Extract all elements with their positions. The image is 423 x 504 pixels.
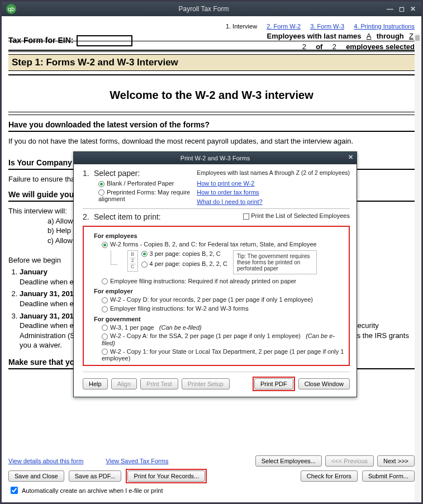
radio-blank-paper[interactable]	[98, 181, 104, 187]
radio-employer-instr-label: Employer filing instructions: for W-2 an…	[110, 305, 249, 312]
guide-intro: This interview will:	[8, 207, 67, 215]
guide-before: Before we begin	[8, 256, 61, 264]
cb-print-list[interactable]	[243, 213, 249, 220]
w3-efile-note: (Can be e-filed)	[159, 324, 202, 331]
emp-sel-total: 2	[327, 42, 342, 51]
submit-form-button[interactable]: Submit Form...	[362, 470, 415, 482]
app-icon: qb	[6, 4, 16, 14]
radio-w2-copy-a[interactable]	[102, 334, 108, 340]
tip-box: Tip: The government requires these forms…	[233, 250, 317, 274]
app-window: qb Payroll Tax Form — ◻ ✕ 1. Interview 2…	[0, 0, 423, 504]
welcome-heading: Welcome to the W-2 and W-3 interview	[8, 79, 415, 110]
sub-government: For government	[94, 316, 346, 322]
tab-row: 1. Interview 2. Form W-2 3. Form W-3 4. …	[8, 21, 415, 32]
align-button[interactable]: Align	[111, 378, 137, 389]
emp-range-from: A	[365, 32, 373, 40]
maximize-icon[interactable]: ◻	[399, 5, 405, 13]
section-download: Have you downloaded the latest version o…	[8, 118, 415, 132]
emp-sel-suffix: employees selected	[346, 42, 415, 51]
scrollbar[interactable]	[415, 33, 420, 501]
step1-title: Step 1: Forms W-2 and W-3 Interview	[8, 54, 415, 71]
radio-4-per-page[interactable]	[141, 261, 148, 268]
radio-preprinted[interactable]	[98, 189, 104, 196]
check-errors-button[interactable]: Check for Errors	[301, 470, 358, 482]
emp-through-label: through	[377, 32, 404, 40]
link-view-details[interactable]: View details about this form	[8, 458, 83, 464]
next-button[interactable]: Next >>>	[377, 455, 415, 467]
link-how-order[interactable]: How to order tax forms	[197, 188, 350, 197]
close-window-button[interactable]: Close Window	[298, 378, 350, 389]
previous-button[interactable]: <<< Previous	[325, 455, 374, 467]
auto-archive-checkbox[interactable]	[11, 487, 18, 494]
save-pdf-button[interactable]: Save as PDF...	[69, 470, 122, 482]
deadline1-title: January	[20, 268, 47, 276]
emp-sel-count: 2	[297, 42, 312, 51]
dialog-close-icon[interactable]: ✕	[348, 154, 353, 161]
emp-range-label: Employees with last names	[267, 32, 362, 40]
emp-range-to: Z	[408, 32, 415, 40]
print-records-button[interactable]: Print for Your Records...	[127, 470, 205, 482]
print-pdf-button[interactable]: Print PDF	[254, 378, 293, 389]
printer-setup-button[interactable]: Printer Setup	[182, 378, 230, 389]
auto-archive-row: Automatically create an archive when I e…	[8, 485, 163, 496]
paper-preview-icon: B2C	[127, 250, 138, 272]
radio-w2-copy-1[interactable]	[102, 349, 108, 355]
radio-3-per-page-label: 3 per page: copies B, 2, C	[150, 250, 221, 257]
dialog-help-links: Employees with last names A through Z (2…	[197, 169, 350, 206]
radio-w2-copies-b2c[interactable]	[102, 242, 108, 248]
radio-blank-paper-label: Blank / Perforated Paper	[107, 180, 174, 187]
sub-employer: For employer	[94, 288, 346, 294]
link-what-print[interactable]: What do I need to print?	[197, 197, 350, 207]
content-area: 1. Interview 2. Form W-2 3. Form W-3 4. …	[2, 16, 421, 502]
emp-of-label: of	[316, 42, 322, 51]
dialog-title: Print W-2 and W-3 Forms	[180, 155, 250, 161]
radio-employer-instr[interactable]	[102, 306, 108, 312]
ein-label: Tax Form for EIN:	[8, 36, 73, 45]
close-icon[interactable]: ✕	[410, 5, 416, 13]
save-close-button[interactable]: Save and Close	[8, 470, 64, 482]
select-employees-button[interactable]: Select Employees...	[255, 455, 322, 467]
radio-w2-copy-a-label: W-2 - Copy A: for the SSA, 2 per page (1…	[110, 332, 301, 339]
link-view-saved[interactable]: View Saved Tax Forms	[106, 458, 168, 464]
radio-w3[interactable]	[102, 325, 108, 331]
auto-archive-label: Automatically create an archive when I e…	[22, 487, 163, 494]
radio-preprinted-label: Preprinted Forms: May require alignment	[98, 189, 190, 203]
cb-print-list-label: Print the List of Selected Employees	[251, 212, 350, 219]
section-download-body: If you do not have the latest forms, dow…	[8, 136, 415, 146]
minimize-icon[interactable]: —	[387, 5, 393, 13]
radio-w2-copy-d[interactable]	[102, 297, 108, 303]
help-button[interactable]: Help	[83, 378, 108, 389]
radio-w3-label: W-3, 1 per page	[110, 324, 154, 331]
dialog-emp-summary: Employees with last names A through Z (2…	[197, 169, 350, 178]
sub-employees: For employees	[94, 232, 346, 239]
radio-w2-copy-d-label: W-2 - Copy D: for your records, 2 per pa…	[110, 296, 313, 303]
radio-emp-instructions-label: Employee filing instructions: Required i…	[110, 278, 296, 284]
deadline3-title: January 31, 2019	[20, 312, 78, 320]
print-items-frame: For employees W-2 forms - Copies B, 2, a…	[83, 226, 350, 366]
deadline2-title: January 31, 2019	[20, 289, 78, 298]
tab-printing-instructions[interactable]: 4. Printing Instructions	[354, 23, 415, 30]
radio-w2-copies-b2c-label: W-2 forms - Copies B, 2, and C: for Fede…	[110, 241, 317, 248]
print-test-button[interactable]: Print Test	[140, 378, 178, 389]
title-bar: qb Payroll Tax Form — ◻ ✕	[2, 2, 421, 16]
radio-emp-instructions[interactable]	[102, 278, 108, 284]
window-title: Payroll Tax Form	[21, 5, 387, 13]
tab-form-w2[interactable]: 2. Form W-2	[267, 23, 301, 30]
radio-w2-copy-1-label: W-2 - Copy 1: for your State or Local Ta…	[102, 348, 344, 362]
ein-input[interactable]	[77, 35, 132, 46]
radio-4-per-page-label: 4 per page: copies B, 2, 2, C	[150, 260, 227, 267]
tab-form-w3[interactable]: 3. Form W-3	[310, 23, 344, 30]
dialog-title-bar: Print W-2 and W-3 Forms ✕	[74, 152, 357, 164]
radio-3-per-page[interactable]	[141, 251, 148, 257]
print-dialog: Print W-2 and W-3 Forms ✕ Employees with…	[73, 151, 357, 397]
tab-interview[interactable]: 1. Interview	[226, 23, 257, 30]
link-how-print-one[interactable]: How to print one W-2	[197, 179, 350, 188]
